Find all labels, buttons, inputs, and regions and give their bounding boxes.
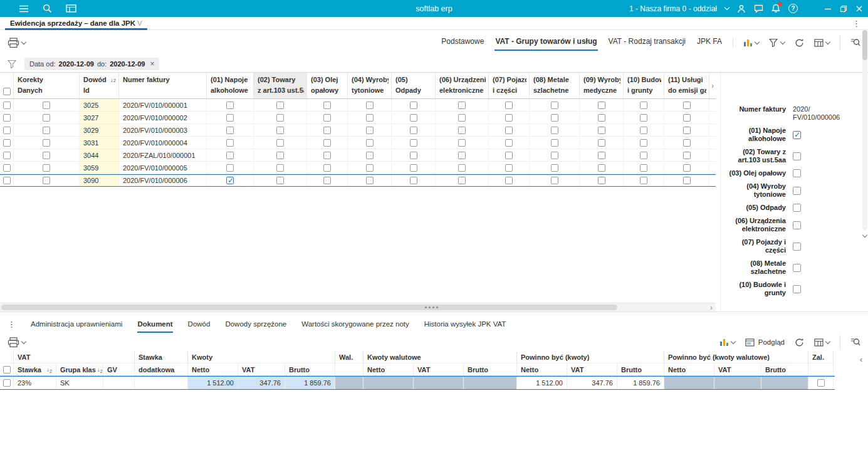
flag-cell[interactable] [530, 124, 580, 136]
flag-checkbox[interactable] [226, 177, 234, 184]
bottom-column-header[interactable]: dodatkowa [135, 363, 188, 375]
flag-checkbox[interactable] [598, 152, 605, 159]
flag-cell[interactable] [624, 137, 664, 149]
row-select-checkbox[interactable] [3, 164, 11, 172]
search-icon[interactable] [43, 4, 52, 13]
flag-cell[interactable] [530, 149, 580, 161]
flag-checkbox[interactable] [410, 164, 417, 172]
chevron-down-icon[interactable] [724, 5, 729, 10]
chevron-down-icon[interactable] [825, 39, 830, 44]
flag-cell[interactable] [580, 99, 624, 111]
row-select-cell[interactable] [0, 377, 14, 389]
detail-field-checkbox[interactable] [793, 152, 801, 160]
flag-checkbox[interactable] [598, 127, 605, 134]
flag-cell[interactable] [664, 99, 709, 111]
chevron-down-icon[interactable] [780, 39, 785, 44]
flag-cell[interactable] [489, 124, 530, 136]
flag-cell[interactable] [348, 162, 392, 174]
flag-checkbox[interactable] [323, 164, 331, 172]
chat-icon[interactable] [754, 4, 763, 13]
bottom-column-header[interactable]: Netto [188, 363, 238, 375]
flag-checkbox[interactable] [551, 102, 558, 109]
flag-checkbox[interactable] [366, 152, 374, 159]
flag-checkbox[interactable] [551, 139, 558, 147]
flag-cell[interactable] [348, 149, 392, 161]
flag-cell[interactable] [348, 137, 392, 149]
search-in-grid-button[interactable] [850, 337, 860, 347]
korekty-danych-checkbox[interactable] [43, 177, 50, 184]
flag-cell[interactable] [254, 137, 307, 149]
flag-checkbox[interactable] [226, 152, 234, 159]
sort-descending-icon[interactable]: ↓2 [109, 75, 116, 85]
splitter-grip[interactable] [425, 306, 438, 308]
flag-checkbox[interactable] [551, 177, 558, 184]
flag-checkbox[interactable] [366, 127, 374, 134]
table-row[interactable]: 30292020/FV/010/000003 [0, 124, 716, 137]
table-row[interactable]: 30592020/FV/010/000005 [0, 162, 716, 174]
flag-cell[interactable] [307, 124, 348, 136]
row-select-checkbox[interactable] [3, 114, 11, 122]
filter-funnel-icon[interactable] [8, 60, 17, 68]
scroll-down-icon[interactable] [863, 231, 867, 238]
detail-field-checkbox[interactable] [793, 264, 801, 272]
flag-checkbox[interactable] [276, 164, 284, 172]
flag-checkbox[interactable] [323, 102, 331, 109]
flag-checkbox[interactable] [640, 114, 647, 122]
zal-checkbox[interactable] [817, 379, 825, 387]
flag-cell[interactable] [307, 149, 348, 161]
flag-checkbox[interactable] [551, 152, 558, 159]
flag-cell[interactable] [664, 175, 709, 186]
chevron-down-icon[interactable] [731, 338, 736, 343]
detail-field-checkbox[interactable] [793, 187, 801, 195]
flag-checkbox[interactable] [598, 102, 605, 109]
sort-descending-icon[interactable]: ↓2 [45, 366, 52, 373]
company-selector[interactable]: 1 - Nasza firma 0 - oddział [629, 4, 717, 13]
flag-cell[interactable] [580, 149, 624, 161]
flag-cell[interactable] [580, 112, 624, 123]
user-icon[interactable] [737, 4, 746, 13]
column-header[interactable]: Numer faktury [119, 73, 207, 98]
row-select-cell[interactable] [0, 162, 14, 174]
horizontal-scrollbar[interactable]: › [0, 303, 716, 311]
menu-icon[interactable] [19, 4, 29, 13]
bottom-column-header[interactable]: Brutto [464, 363, 517, 375]
preview-button[interactable]: Podgląd [745, 338, 785, 347]
column-header[interactable]: (01) Napojealkoholowe [207, 73, 254, 98]
flag-checkbox[interactable] [683, 164, 691, 172]
flag-checkbox[interactable] [366, 177, 374, 184]
flag-cell[interactable] [580, 124, 624, 136]
chevron-down-icon[interactable] [21, 39, 26, 44]
flag-checkbox[interactable] [505, 114, 513, 122]
korekty-danych-checkbox[interactable] [43, 114, 50, 122]
column-header[interactable]: (08) Metaleszlachetne [530, 73, 580, 98]
flag-cell[interactable] [530, 99, 580, 111]
flag-cell[interactable] [664, 149, 709, 161]
refresh-button[interactable] [795, 38, 804, 48]
select-all-checkbox[interactable] [3, 88, 11, 95]
flag-cell[interactable] [530, 162, 580, 174]
flag-checkbox[interactable] [323, 139, 331, 147]
flag-cell[interactable] [392, 175, 436, 186]
tab-dowod[interactable]: Dowód [188, 315, 211, 333]
column-header[interactable]: (04) Wyrobytytoniowe [348, 73, 392, 98]
detail-field-checkbox[interactable] [793, 243, 801, 251]
flag-cell[interactable] [348, 175, 392, 186]
korekty-danych-cell[interactable] [14, 175, 80, 186]
bottom-column-header[interactable] [335, 363, 363, 375]
detail-field-checkbox[interactable] [793, 285, 801, 293]
flag-cell[interactable] [580, 175, 624, 186]
row-select-checkbox[interactable] [3, 139, 11, 147]
zal-cell[interactable] [808, 377, 834, 389]
flag-cell[interactable] [307, 99, 348, 111]
flag-checkbox[interactable] [683, 114, 691, 122]
flag-checkbox[interactable] [410, 139, 417, 147]
korekty-danych-checkbox[interactable] [43, 152, 50, 159]
bottom-column-header[interactable]: Netto [517, 363, 567, 375]
bottom-column-header[interactable]: VAT [567, 363, 617, 375]
print-button[interactable] [8, 337, 26, 348]
flag-cell[interactable] [530, 137, 580, 149]
flag-checkbox[interactable] [505, 139, 513, 147]
flag-cell[interactable] [624, 162, 664, 174]
korekty-danych-checkbox[interactable] [43, 102, 50, 109]
flag-cell[interactable] [348, 112, 392, 123]
